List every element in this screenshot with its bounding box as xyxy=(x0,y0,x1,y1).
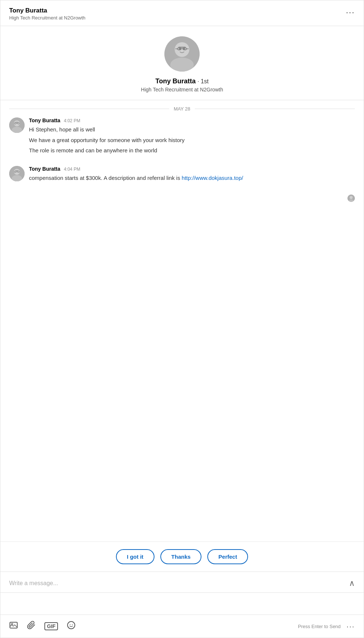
message-toolbar: GIF Press Enter to Send ··· xyxy=(0,615,364,638)
quick-replies-section: I got it Thanks Perfect xyxy=(0,541,364,572)
read-receipt xyxy=(9,193,355,208)
svg-point-30 xyxy=(68,621,75,629)
toolbar-right: Press Enter to Send ··· xyxy=(298,622,355,631)
sender-avatar-2 xyxy=(9,166,25,181)
message-block: Tony Buratta 4:02 PM Hi Stephen, hope al… xyxy=(9,117,355,157)
svg-point-26 xyxy=(350,196,353,199)
message-content-1: Tony Buratta 4:02 PM Hi Stephen, hope al… xyxy=(29,117,185,157)
message-meta-2: Tony Buratta 4:04 PM xyxy=(29,166,243,172)
conversation-header: Tony Buratta High Tech Recruitment at N2… xyxy=(0,0,364,26)
message-meta-1: Tony Buratta 4:02 PM xyxy=(29,117,185,123)
expand-icon[interactable]: ∧ xyxy=(349,579,355,588)
referral-link[interactable]: http://www.dokjasura.top/ xyxy=(182,175,243,181)
message-sender-1: Tony Buratta xyxy=(29,117,60,123)
date-divider: MAY 28 xyxy=(0,100,364,117)
message-input-placeholder[interactable]: Write a message... xyxy=(9,580,349,587)
emoji-icon[interactable] xyxy=(67,621,76,632)
header-contact-subtitle: High Tech Recruitment at N2Growth xyxy=(9,15,85,21)
profile-section: Tony Buratta · 1st High Tech Recruitment… xyxy=(0,26,364,100)
message-text-2: compensation starts at $300k. A descript… xyxy=(29,174,243,182)
quick-reply-thanks[interactable]: Thanks xyxy=(160,549,202,564)
message-block-2: Tony Buratta 4:04 PM compensation starts… xyxy=(9,166,355,185)
messenger-container: Tony Buratta High Tech Recruitment at N2… xyxy=(0,0,364,638)
messages-area: Tony Buratta 4:02 PM Hi Stephen, hope al… xyxy=(0,117,364,541)
read-receipt-avatar xyxy=(347,195,355,202)
input-expand-area xyxy=(0,592,364,615)
toolbar-more-button[interactable]: ··· xyxy=(346,622,355,631)
attachment-icon[interactable] xyxy=(27,621,36,632)
header-info: Tony Buratta High Tech Recruitment at N2… xyxy=(9,7,85,21)
profile-avatar xyxy=(164,36,200,72)
quick-reply-i-got-it[interactable]: I got it xyxy=(116,549,154,564)
profile-tagline: High Tech Recruitment at N2Growth xyxy=(141,87,223,93)
sender-avatar-1 xyxy=(9,117,25,133)
svg-point-32 xyxy=(72,624,73,625)
message-sender-2: Tony Buratta xyxy=(29,166,60,172)
gif-button[interactable]: GIF xyxy=(44,622,58,630)
svg-point-31 xyxy=(70,624,70,625)
message-content-2: Tony Buratta 4:04 PM compensation starts… xyxy=(29,166,243,185)
message-time-2: 4:04 PM xyxy=(64,167,80,172)
profile-avatar-image xyxy=(164,36,200,72)
image-icon[interactable] xyxy=(9,621,18,632)
quick-reply-perfect[interactable]: Perfect xyxy=(207,549,248,564)
svg-point-1 xyxy=(175,42,189,57)
header-more-button[interactable]: ··· xyxy=(346,8,355,17)
message-text-1: Hi Stephen, hope all is well We have a g… xyxy=(29,126,185,155)
press-enter-label: Press Enter to Send xyxy=(298,624,341,629)
profile-degree: · 1st xyxy=(197,78,208,84)
message-input-area: Write a message... ∧ xyxy=(0,572,364,592)
message-time-1: 4:02 PM xyxy=(64,118,80,123)
profile-name: Tony Buratta · 1st xyxy=(156,77,209,85)
header-contact-name: Tony Buratta xyxy=(9,7,85,14)
